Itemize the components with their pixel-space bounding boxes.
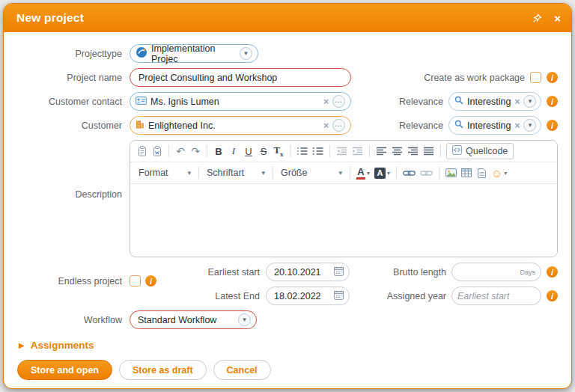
ellipsis-icon: … <box>335 97 343 104</box>
customer-contact-value: Ms. Ignis Lumen <box>150 97 320 107</box>
customer-row: Customer Enlightened Inc. × … Relevance … <box>17 116 558 135</box>
document-icon[interactable] <box>474 165 489 181</box>
projecttype-field[interactable]: Implementation Projec ▾ <box>130 44 258 63</box>
projecttype-dropdown-button[interactable]: ▾ <box>240 47 252 60</box>
align-right-icon[interactable] <box>405 143 421 159</box>
text-color-icon[interactable]: A ▾ <box>354 165 372 181</box>
align-center-icon[interactable] <box>389 143 405 159</box>
relevance-contact-field[interactable]: Interesting × ▾ <box>448 92 541 111</box>
new-project-dialog: New project × Projecttype Implementation… <box>3 3 572 389</box>
source-code-button[interactable]: Quellcode <box>446 143 514 159</box>
table-icon[interactable] <box>459 165 474 181</box>
customer-value: Enlightened Inc. <box>148 120 320 131</box>
link-icon[interactable] <box>401 165 418 181</box>
outdent-icon[interactable] <box>334 143 350 159</box>
info-icon[interactable]: i <box>547 266 558 278</box>
redo-icon[interactable]: ↷ <box>188 143 203 159</box>
customer-contact-browse-button[interactable]: … <box>332 95 345 108</box>
relevance-contact-value: Interesting <box>467 97 511 107</box>
bullet-list-icon[interactable] <box>310 143 326 159</box>
chevron-down-icon: ▾ <box>504 170 507 177</box>
create-work-package-label: Create as work package <box>424 73 525 83</box>
clear-formatting-icon[interactable]: Tx <box>271 143 286 159</box>
endless-project-label: Endless project <box>17 276 130 287</box>
store-and-open-button[interactable]: Store and open <box>17 360 112 380</box>
editor-toolbar-row-2: Format▾ Schriftart▾ Größe▾ A ▾ <box>130 162 557 184</box>
clear-icon[interactable]: × <box>514 97 520 106</box>
strikethrough-icon[interactable]: S <box>256 143 271 159</box>
brutto-length-field[interactable]: Days <box>451 263 541 281</box>
workflow-dropdown-button[interactable]: ▾ <box>238 313 251 326</box>
create-work-package-checkbox[interactable] <box>530 72 541 83</box>
paste-from-word-icon[interactable] <box>150 143 165 159</box>
projecttype-label: Projecttype <box>17 49 130 59</box>
source-code-label: Quellcode <box>466 146 508 156</box>
magnifier-icon <box>454 120 463 131</box>
align-left-icon[interactable] <box>374 143 389 159</box>
clear-icon[interactable]: × <box>323 121 329 130</box>
assigned-year-label: Assigned year <box>387 291 446 301</box>
workflow-field[interactable]: Standard Workflow ▾ <box>130 310 257 329</box>
ellipsis-icon: … <box>335 120 343 128</box>
chevron-down-icon: ▾ <box>261 169 265 177</box>
align-justify-icon[interactable] <box>421 143 436 159</box>
relevance-customer-field[interactable]: Interesting × ▾ <box>448 116 541 135</box>
clear-icon[interactable]: × <box>323 97 329 106</box>
pin-icon[interactable] <box>532 13 542 23</box>
chevron-down-icon: ▾ <box>338 169 342 177</box>
customer-label: Customer <box>17 120 130 131</box>
numbered-list-icon[interactable] <box>294 143 310 159</box>
titlebar[interactable]: New project × <box>4 4 571 32</box>
info-icon[interactable]: i <box>547 96 558 107</box>
image-icon[interactable] <box>443 165 459 181</box>
info-icon[interactable]: i <box>145 275 156 287</box>
close-icon[interactable]: × <box>554 13 561 24</box>
relevance-customer-dropdown-button[interactable]: ▾ <box>523 119 536 132</box>
clear-icon[interactable]: × <box>514 121 520 130</box>
store-as-draft-button[interactable]: Store as draft <box>119 360 207 380</box>
emoji-icon[interactable]: ☺ ▾ <box>489 165 509 181</box>
description-input[interactable] <box>130 184 557 257</box>
chevron-down-icon: ▾ <box>243 316 246 323</box>
dialog-content: Projecttype Implementation Projec ▾ Proj… <box>4 32 571 388</box>
background-color-icon[interactable]: A ▾ <box>372 165 392 181</box>
workflow-value: Standard Workflow <box>136 315 234 325</box>
cancel-button[interactable]: Cancel <box>213 360 271 380</box>
italic-icon[interactable]: I <box>226 143 241 159</box>
project-name-input[interactable] <box>130 68 351 87</box>
projecttype-row: Projecttype Implementation Projec ▾ <box>17 44 558 63</box>
indent-icon[interactable] <box>350 143 365 159</box>
customer-browse-button[interactable]: … <box>332 119 345 132</box>
relevance-customer-label: Relevance <box>399 120 443 131</box>
assignments-expander[interactable]: ▶ Assignments <box>19 340 558 351</box>
customer-contact-field[interactable]: Ms. Ignis Lumen × … <box>130 92 351 111</box>
projecttype-value: Implementation Projec <box>151 43 236 64</box>
assigned-year-field[interactable]: Earliest start <box>451 287 541 305</box>
undo-icon[interactable]: ↶ <box>173 143 188 159</box>
relevance-customer-value: Interesting <box>467 120 511 131</box>
earliest-start-value: 20.10.2021 <box>272 267 330 278</box>
relevance-contact-dropdown-button[interactable]: ▾ <box>523 95 536 108</box>
paste-icon[interactable] <box>135 143 150 159</box>
underline-icon[interactable]: U <box>241 143 256 159</box>
description-label: Description <box>17 140 130 200</box>
editor-toolbar-row-1: ↶ ↷ B I U S Tx <box>130 141 557 162</box>
font-dropdown[interactable]: Schriftart▾ <box>203 165 269 181</box>
calendar-icon[interactable] <box>334 266 344 278</box>
format-dropdown[interactable]: Format▾ <box>135 165 195 181</box>
chevron-down-icon: ▾ <box>529 122 532 129</box>
earliest-start-field[interactable]: 20.10.2021 <box>266 263 350 281</box>
chevron-down-icon: ▾ <box>367 170 370 177</box>
calendar-icon[interactable] <box>334 290 344 302</box>
endless-project-checkbox[interactable] <box>130 275 141 287</box>
info-icon[interactable]: i <box>547 72 558 83</box>
bold-icon[interactable]: B <box>211 143 226 159</box>
latest-end-field[interactable]: 18.02.2022 <box>266 287 350 305</box>
size-dropdown[interactable]: Größe▾ <box>277 165 346 181</box>
workflow-label: Workflow <box>17 315 130 325</box>
info-icon[interactable]: i <box>547 120 558 131</box>
info-icon[interactable]: i <box>547 290 558 301</box>
customer-contact-row: Customer contact Ms. Ignis Lumen × … Rel… <box>17 92 558 111</box>
unlink-icon[interactable] <box>418 165 435 181</box>
customer-field[interactable]: Enlightened Inc. × … <box>130 116 351 135</box>
